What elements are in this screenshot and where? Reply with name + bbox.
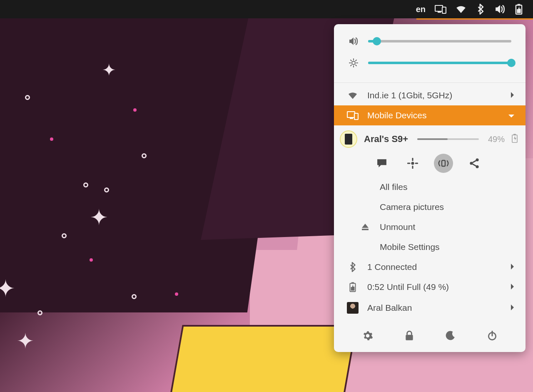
svg-rect-4 (517, 4, 520, 6)
top-menu-bar: en (0, 0, 533, 18)
camera-pictures-label: Camera pictures (380, 202, 444, 212)
wifi-label: Ind.ie 1 (1Gbit, 5GHz) (367, 90, 502, 100)
user-avatar (346, 302, 359, 314)
device-header[interactable]: Aral's S9+ 49% (334, 125, 526, 151)
svg-rect-0 (435, 5, 443, 11)
chevron-right-icon (511, 303, 515, 313)
share-action-button[interactable] (465, 154, 484, 173)
brightness-icon (348, 58, 359, 67)
volume-icon[interactable] (495, 4, 506, 14)
svg-rect-31 (351, 282, 354, 284)
bluetooth-icon[interactable] (476, 4, 486, 15)
lock-button[interactable] (405, 330, 414, 343)
svg-rect-16 (350, 118, 353, 119)
device-all-files[interactable]: All files (334, 177, 526, 197)
devices-icon (346, 111, 359, 120)
battery-label: 0:52 Until Full (49 %) (367, 282, 502, 292)
svg-rect-1 (438, 12, 441, 13)
charging-icon (511, 134, 518, 145)
sms-action-button[interactable] (372, 154, 391, 173)
svg-point-27 (470, 162, 473, 165)
bluetooth-icon (346, 262, 359, 272)
svg-rect-33 (406, 335, 413, 340)
wifi-icon[interactable] (456, 5, 466, 14)
svg-rect-2 (442, 7, 446, 13)
chevron-right-icon (511, 90, 515, 100)
device-battery-percent: 49% (488, 135, 505, 144)
battery-charging-icon[interactable] (515, 4, 523, 15)
devices-icon[interactable] (435, 5, 446, 14)
device-battery-bar (417, 138, 479, 140)
bluetooth-row[interactable]: 1 Connected (334, 257, 526, 277)
volume-slider-row (348, 37, 511, 46)
volume-icon (348, 37, 359, 46)
svg-rect-32 (351, 287, 355, 291)
volume-slider[interactable] (368, 40, 511, 42)
tray-highlight (416, 18, 533, 20)
battery-charging-icon (346, 282, 359, 292)
chevron-right-icon (511, 282, 515, 292)
user-row[interactable]: Aral Balkan (334, 297, 526, 319)
device-name: Aral's S9+ (364, 134, 408, 145)
sliders-section (334, 24, 526, 82)
svg-rect-29 (362, 229, 369, 230)
night-mode-button[interactable] (446, 331, 456, 342)
eject-icon (359, 223, 371, 231)
svg-point-28 (476, 165, 479, 168)
bottom-actions (334, 319, 526, 350)
bluetooth-label: 1 Connected (367, 262, 502, 272)
battery-row[interactable]: 0:52 Until Full (49 %) (334, 277, 526, 297)
chevron-right-icon (511, 262, 515, 272)
svg-rect-5 (517, 9, 521, 13)
device-expanded-section: Aral's S9+ 49% All files (334, 125, 526, 257)
settings-button[interactable] (362, 330, 373, 343)
ring-action-button[interactable] (434, 154, 453, 173)
device-mobile-settings[interactable]: Mobile Settings (334, 237, 526, 257)
keyboard-language-indicator[interactable]: en (416, 5, 426, 14)
power-button[interactable] (487, 330, 497, 343)
svg-rect-17 (354, 113, 358, 120)
wifi-row[interactable]: Ind.ie 1 (1Gbit, 5GHz) (334, 85, 526, 105)
svg-rect-19 (513, 134, 516, 135)
svg-point-20 (411, 162, 414, 165)
device-unmount[interactable]: Unmount (334, 217, 526, 237)
mobile-devices-label: Mobile Devices (367, 110, 500, 120)
svg-point-26 (476, 158, 479, 161)
chevron-down-icon (508, 110, 515, 120)
device-action-buttons (334, 151, 526, 177)
locate-action-button[interactable] (403, 154, 422, 173)
mobile-devices-row[interactable]: Mobile Devices (334, 105, 526, 125)
svg-point-6 (352, 61, 355, 65)
svg-rect-25 (442, 160, 445, 166)
all-files-label: All files (380, 182, 408, 192)
device-avatar-icon (340, 130, 357, 148)
wifi-icon (346, 91, 359, 100)
separator (334, 82, 526, 83)
svg-line-12 (356, 65, 356, 66)
svg-line-11 (351, 60, 351, 61)
svg-rect-15 (347, 112, 355, 117)
device-camera-pictures[interactable]: Camera pictures (334, 197, 526, 217)
mobile-settings-label: Mobile Settings (380, 242, 440, 252)
unmount-label: Unmount (380, 222, 415, 232)
svg-line-13 (356, 60, 356, 61)
brightness-slider-row (348, 58, 511, 67)
system-status-popover: Ind.ie 1 (1Gbit, 5GHz) Mobile Devices Ar… (334, 24, 526, 352)
user-name-label: Aral Balkan (367, 303, 502, 313)
brightness-slider[interactable] (368, 62, 511, 64)
svg-line-14 (351, 65, 351, 66)
